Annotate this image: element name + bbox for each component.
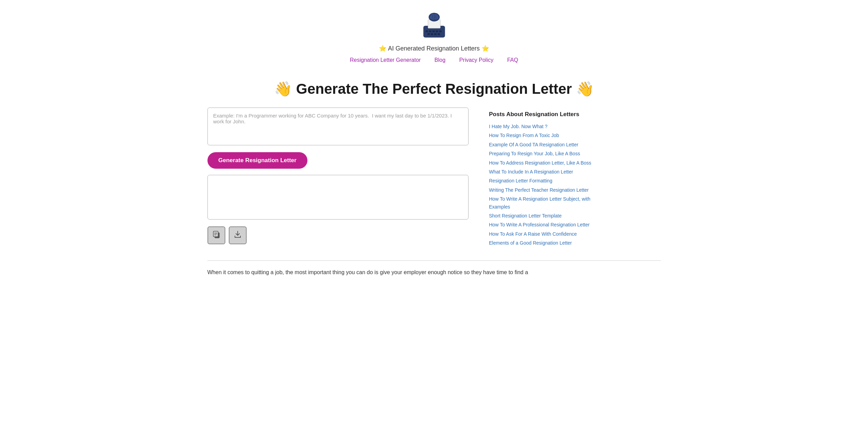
list-item: Elements of a Good Resignation Letter: [489, 239, 599, 247]
sidebar-link-8[interactable]: Writing The Perfect Teacher Resignation …: [489, 187, 589, 193]
list-item: How To Write A Resignation Letter Subjec…: [489, 195, 599, 211]
download-button[interactable]: [229, 226, 247, 244]
svg-rect-8: [431, 33, 433, 35]
nav-faq[interactable]: FAQ: [507, 57, 518, 63]
svg-rect-6: [439, 31, 441, 32]
download-icon: [233, 230, 242, 241]
list-item: Example Of A Good TA Resignation Letter: [489, 141, 599, 148]
list-item: How To Write A Professional Resignation …: [489, 221, 599, 228]
list-item: How To Ask For A Raise With Confidence: [489, 230, 599, 238]
site-title: ⭐ AI Generated Resignation Letters ⭐: [379, 45, 489, 52]
list-item: What To Include In A Resignation Letter: [489, 168, 599, 176]
site-title-text: AI Generated Resignation Letters: [388, 45, 480, 52]
list-item: How To Address Resignation Letter, Like …: [489, 159, 599, 167]
output-textarea[interactable]: [207, 175, 469, 220]
nav-privacy-policy[interactable]: Privacy Policy: [459, 57, 494, 63]
svg-rect-2: [425, 31, 428, 32]
svg-rect-3: [429, 31, 431, 32]
sidebar-link-10[interactable]: Short Resignation Letter Template: [489, 213, 562, 218]
nav-blog[interactable]: Blog: [435, 57, 446, 63]
page-title: 👋 Generate The Perfect Resignation Lette…: [207, 80, 661, 97]
sidebar: Posts About Resignation Letters I Hate M…: [489, 108, 599, 247]
sidebar-link-11[interactable]: How To Write A Professional Resignation …: [489, 222, 590, 227]
sidebar-link-4[interactable]: Preparing To Resign Your Job, Like A Bos…: [489, 151, 580, 156]
list-item: How To Resign From A Toxic Job: [489, 132, 599, 139]
generate-button[interactable]: Generate Resignation Letter: [207, 152, 308, 169]
sidebar-link-9[interactable]: How To Write A Resignation Letter Subjec…: [489, 196, 590, 209]
action-buttons: [207, 226, 469, 244]
sidebar-link-5[interactable]: How To Address Resignation Letter, Like …: [489, 160, 591, 166]
bottom-text: When it comes to quitting a job, the mos…: [207, 268, 661, 291]
sidebar-link-3[interactable]: Example Of A Good TA Resignation Letter: [489, 142, 578, 147]
main-nav: Resignation Letter Generator Blog Privac…: [350, 57, 518, 63]
sidebar-link-2[interactable]: How To Resign From A Toxic Job: [489, 133, 559, 138]
sidebar-link-13[interactable]: Elements of a Good Resignation Letter: [489, 240, 572, 246]
nav-resignation-letter-generator[interactable]: Resignation Letter Generator: [350, 57, 421, 63]
copy-icon: [212, 230, 221, 241]
sidebar-link-6[interactable]: What To Include In A Resignation Letter: [489, 169, 573, 175]
svg-rect-10: [437, 33, 440, 35]
svg-rect-4: [432, 31, 435, 32]
sidebar-link-12[interactable]: How To Ask For A Raise With Confidence: [489, 231, 577, 237]
sidebar-link-1[interactable]: I Hate My Job. Now What ?: [489, 124, 548, 129]
svg-rect-9: [434, 33, 437, 35]
svg-rect-7: [427, 33, 430, 35]
list-item: Writing The Perfect Teacher Resignation …: [489, 186, 599, 194]
list-item: Resignation Letter Formatting: [489, 177, 599, 184]
sidebar-links: I Hate My Job. Now What ? How To Resign …: [489, 123, 599, 247]
star-left-icon: ⭐: [379, 45, 386, 52]
svg-rect-5: [436, 31, 438, 32]
main-layout: Generate Resignation Letter: [207, 108, 661, 247]
star-right-icon: ⭐: [482, 45, 489, 52]
divider: [207, 260, 661, 261]
sidebar-link-7[interactable]: Resignation Letter Formatting: [489, 178, 552, 183]
header: ⭐ AI Generated Resignation Letters ⭐ Res…: [207, 0, 661, 70]
prompt-input[interactable]: [207, 108, 469, 145]
copy-button[interactable]: [207, 226, 225, 244]
logo-icon: [419, 10, 450, 41]
list-item: Short Resignation Letter Template: [489, 212, 599, 220]
sidebar-title: Posts About Resignation Letters: [489, 111, 599, 118]
left-column: Generate Resignation Letter: [207, 108, 469, 244]
list-item: Preparing To Resign Your Job, Like A Bos…: [489, 150, 599, 157]
list-item: I Hate My Job. Now What ?: [489, 123, 599, 130]
